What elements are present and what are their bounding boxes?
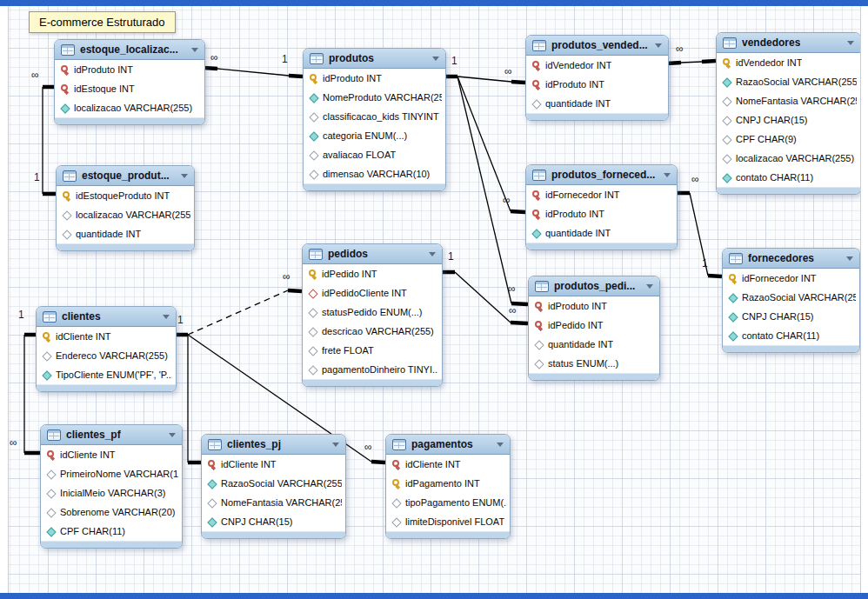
collapse-arrow-icon[interactable] xyxy=(432,57,439,61)
entity-table-clientes[interactable]: clientes idCliente INT Endereco VARCHAR(… xyxy=(36,306,177,392)
column-row-clientes[interactable]: idCliente INT xyxy=(37,327,176,346)
collapse-arrow-icon[interactable] xyxy=(169,433,176,437)
entity-table-produtos_pedidos[interactable]: produtos_pedi... idProduto INT idPedido … xyxy=(528,276,660,381)
entity-table-fornecedores[interactable]: fornecedores idFornecedor INT RazaoSocia… xyxy=(722,248,860,353)
entity-table-produtos_vendedores[interactable]: produtos_vended... idVendedor INT idProd… xyxy=(525,35,669,121)
column-row-clientes_pf[interactable]: Sobrenome VARCHAR(20) xyxy=(41,502,182,522)
column-row-produtos_fornecedores[interactable]: quantidade INT xyxy=(526,223,677,243)
table-header[interactable]: pedidos xyxy=(303,244,442,264)
collapse-arrow-icon[interactable] xyxy=(191,48,198,52)
table-header[interactable]: produtos_vended... xyxy=(526,36,668,56)
column-row-pedidos[interactable]: statusPedido ENUM(...) xyxy=(303,303,442,322)
entity-table-vendedores[interactable]: vendedores idVendedor INT RazaoSocial VA… xyxy=(716,32,861,195)
collapse-arrow-icon[interactable] xyxy=(429,252,436,256)
column-row-estoque_localizacao[interactable]: idEstoque INT xyxy=(55,79,204,98)
column-row-clientes_pf[interactable]: PrimeiroNome VARCHAR(1... xyxy=(41,464,182,483)
column-row-produtos[interactable]: dimensao VARCHAR(10) xyxy=(304,164,445,183)
column-row-clientes_pj[interactable]: idCliente INT xyxy=(202,455,345,474)
collapse-arrow-icon[interactable] xyxy=(497,443,504,447)
column-row-pedidos[interactable]: idPedido INT xyxy=(303,264,442,283)
table-header[interactable]: produtos xyxy=(304,49,445,69)
column-row-produtos[interactable]: categoria ENUM(...) xyxy=(304,126,445,145)
column-label: idPedido INT xyxy=(322,269,377,279)
entity-table-clientes_pj[interactable]: clientes_pj idCliente INT RazaoSocial VA… xyxy=(201,434,346,539)
column-row-vendedores[interactable]: CNPJ CHAR(15) xyxy=(717,110,860,130)
column-row-fornecedores[interactable]: idFornecedor INT xyxy=(723,269,859,288)
column-row-clientes_pf[interactable]: CPF CHAR(11) xyxy=(41,522,182,541)
entity-table-produtos_fornecedores[interactable]: produtos_forneced... idFornecedor INT id… xyxy=(525,164,678,250)
column-row-fornecedores[interactable]: CNPJ CHAR(15) xyxy=(723,307,859,326)
column-row-pedidos[interactable]: pagamentoDinheiro TINYI... xyxy=(303,360,442,379)
entity-table-pagamentos[interactable]: pagamentos idCliente INT idPagamento INT… xyxy=(385,434,511,539)
column-row-fornecedores[interactable]: RazaoSocial VARCHAR(25... xyxy=(723,288,859,307)
column-row-pagamentos[interactable]: idPagamento INT xyxy=(386,474,510,493)
table-footer xyxy=(529,373,659,380)
column-row-estoque_produto[interactable]: quantidade INT xyxy=(57,224,194,243)
table-header[interactable]: clientes_pf xyxy=(41,425,182,445)
entity-table-produtos[interactable]: produtos idProduto INT NomeProduto VARCH… xyxy=(303,48,446,191)
column-row-produtos_pedidos[interactable]: status ENUM(...) xyxy=(529,354,659,373)
column-row-clientes_pf[interactable]: idCliente INT xyxy=(41,445,182,464)
diagram-note[interactable]: E-commerce Estruturado xyxy=(29,11,176,33)
column-row-estoque_localizacao[interactable]: idProduto INT xyxy=(55,60,204,79)
table-header[interactable]: produtos_forneced... xyxy=(526,165,677,185)
collapse-arrow-icon[interactable] xyxy=(664,173,671,177)
column-row-produtos[interactable]: idProduto INT xyxy=(304,69,445,88)
column-row-vendedores[interactable]: CPF CHAR(9) xyxy=(717,130,860,149)
column-row-clientes_pf[interactable]: InicialMeio VARCHAR(3) xyxy=(41,483,182,502)
column-row-vendedores[interactable]: RazaoSocial VARCHAR(255) xyxy=(717,72,860,91)
table-header[interactable]: estoque_produt... xyxy=(57,166,194,186)
entity-table-estoque_localizacao[interactable]: estoque_localizac... idProduto INT idEst… xyxy=(54,39,205,125)
collapse-arrow-icon[interactable] xyxy=(181,174,188,178)
table-header[interactable]: clientes xyxy=(37,307,176,327)
entity-table-pedidos[interactable]: pedidos idPedido INT idPedidoCliente INT… xyxy=(302,243,443,387)
entity-table-clientes_pf[interactable]: clientes_pf idCliente INT PrimeiroNome V… xyxy=(40,424,183,549)
collapse-arrow-icon[interactable] xyxy=(332,443,339,447)
table-header[interactable]: estoque_localizac... xyxy=(55,40,204,60)
column-row-vendedores[interactable]: localizacao VARCHAR(255) xyxy=(717,149,860,168)
column-row-pedidos[interactable]: descricao VARCHAR(255) xyxy=(303,322,442,341)
table-header[interactable]: clientes_pj xyxy=(202,435,345,455)
column-row-clientes[interactable]: Endereco VARCHAR(255) xyxy=(37,346,176,365)
column-row-clientes_pj[interactable]: CNPJ CHAR(15) xyxy=(202,512,345,531)
column-row-produtos[interactable]: NomeProduto VARCHAR(25... xyxy=(304,88,445,107)
column-row-estoque_localizacao[interactable]: localizacao VARCHAR(255) xyxy=(55,98,204,117)
column-row-pedidos[interactable]: frete FLOAT xyxy=(303,341,442,360)
column-row-clientes_pj[interactable]: RazaoSocial VARCHAR(255) xyxy=(202,474,345,493)
table-header[interactable]: vendedores xyxy=(717,33,860,53)
diamond-icon xyxy=(307,345,318,356)
table-header[interactable]: produtos_pedi... xyxy=(529,276,659,296)
column-row-fornecedores[interactable]: contato CHAR(11) xyxy=(723,326,859,345)
column-row-pagamentos[interactable]: idCliente INT xyxy=(386,455,510,474)
column-row-vendedores[interactable]: idVendedor INT xyxy=(717,53,860,72)
column-row-produtos[interactable]: avaliacao FLOAT xyxy=(304,145,445,164)
column-row-produtos_pedidos[interactable]: quantidade INT xyxy=(529,335,659,354)
table-columns: idFornecedor INT idProduto INT quantidad… xyxy=(526,185,677,243)
entity-table-estoque_produto[interactable]: estoque_produt... idEstoqueProduto INT l… xyxy=(56,165,195,251)
column-row-produtos_pedidos[interactable]: idProduto INT xyxy=(529,296,659,316)
column-row-vendedores[interactable]: contato CHAR(11) xyxy=(717,168,860,187)
column-row-produtos_pedidos[interactable]: idPedido INT xyxy=(529,316,659,335)
column-row-pedidos[interactable]: idPedidoCliente INT xyxy=(303,283,442,303)
table-header[interactable]: fornecedores xyxy=(723,249,859,269)
collapse-arrow-icon[interactable] xyxy=(847,41,854,45)
diamond-icon xyxy=(308,150,319,161)
column-row-produtos_vendedores[interactable]: idVendedor INT xyxy=(526,56,668,75)
column-row-produtos_fornecedores[interactable]: idFornecedor INT xyxy=(526,185,677,204)
column-row-vendedores[interactable]: NomeFantasia VARCHAR(25... xyxy=(717,91,860,110)
table-header[interactable]: pagamentos xyxy=(386,435,510,455)
column-row-produtos_vendedores[interactable]: idProduto INT xyxy=(526,75,668,94)
column-row-produtos_fornecedores[interactable]: idProduto INT xyxy=(526,204,677,223)
column-row-produtos[interactable]: classificacao_kids TINYINT xyxy=(304,107,445,126)
column-row-estoque_produto[interactable]: localizacao VARCHAR(255) xyxy=(57,205,194,224)
column-row-produtos_vendedores[interactable]: quantidade INT xyxy=(526,94,668,113)
column-row-estoque_produto[interactable]: idEstoqueProduto INT xyxy=(57,186,194,205)
collapse-arrow-icon[interactable] xyxy=(646,284,653,289)
column-row-pagamentos[interactable]: tipoPagamento ENUM(... xyxy=(386,493,510,512)
collapse-arrow-icon[interactable] xyxy=(655,43,662,48)
column-row-clientes_pj[interactable]: NomeFantasia VARCHAR(25... xyxy=(202,493,345,512)
collapse-arrow-icon[interactable] xyxy=(163,315,170,319)
collapse-arrow-icon[interactable] xyxy=(846,256,853,261)
column-row-clientes[interactable]: TipoCliente ENUM('PF', 'P... xyxy=(37,365,176,384)
column-row-pagamentos[interactable]: limiteDisponivel FLOAT xyxy=(386,512,510,531)
